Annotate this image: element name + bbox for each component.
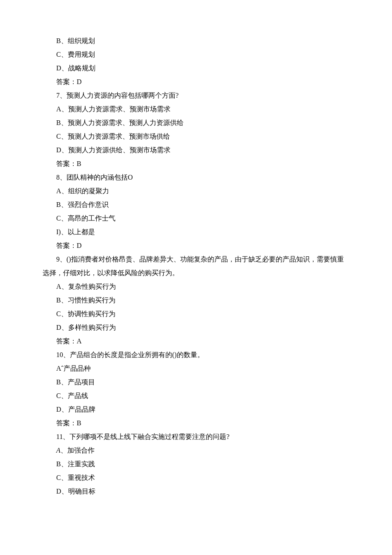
option-text: 、加强合作 xyxy=(61,447,95,454)
text-line: I)、以上都是 xyxy=(43,225,349,239)
text-line: B、注重实践 xyxy=(43,457,349,471)
text-line: B、习惯性购买行为 xyxy=(43,293,349,307)
text-line: 答案：B xyxy=(43,157,349,171)
text-line: 答案：A xyxy=(43,334,349,348)
text-line: B、强烈合作意识 xyxy=(43,198,349,212)
text-line: C、高昂的工作士气 xyxy=(43,212,349,225)
text-line: C、预测人力资源需求、预测市场供给 xyxy=(43,130,349,143)
text-line: A、组织的凝聚力 xyxy=(43,184,349,198)
text-line: C、产品线 xyxy=(43,389,349,403)
option-letter-a: A xyxy=(56,447,61,454)
text-line: B、组织规划 xyxy=(43,34,349,48)
text-line: D、预测人力资源供给、预测市场需求 xyxy=(43,143,349,157)
text-line: C、费用规划 xyxy=(43,48,349,61)
text-line: A、预测人力资源需求、预测市场需求 xyxy=(43,102,349,116)
text-line: 答案：D xyxy=(43,75,349,89)
text-line: A、加强合作 xyxy=(43,444,349,457)
text-line: D、多样性购买行为 xyxy=(43,321,349,334)
text-line: 9、()指消费者对价格昂贵、品牌差异大、功能复杂的产品，由于缺乏必要的产品知识，… xyxy=(43,253,349,280)
text-line: D、战略规划 xyxy=(43,61,349,75)
text-line: 11、下列哪项不是线上线下融合实施过程需要注意的问题? xyxy=(43,430,349,444)
text-line: 8、团队精神的内涵包括O xyxy=(43,171,349,184)
text-line: D、明确目标 xyxy=(43,485,349,498)
text-line: 答案：B xyxy=(43,416,349,430)
text-line: A、复杂性购买行为 xyxy=(43,280,349,293)
text-line: C、重视技术 xyxy=(43,471,349,485)
text-line: 答案：D xyxy=(43,239,349,253)
document-body: B、组织规划C、费用规划D、战略规划答案：D7、预测人力资源的内容包括哪两个方面… xyxy=(43,34,349,498)
text-line: B、产品项目 xyxy=(43,375,349,389)
text-line: C、协调性购买行为 xyxy=(43,307,349,321)
text-line: B、预测人力资源需求、预测人力资源供给 xyxy=(43,116,349,130)
text-line: D、产品品牌 xyxy=(43,403,349,416)
text-line: 7、预测人力资源的内容包括哪两个方面? xyxy=(43,89,349,102)
text-line: Aˆ产品品种 xyxy=(43,362,349,375)
text-line: 10、产品组合的长度是指企业所拥有的()的数量。 xyxy=(43,348,349,362)
